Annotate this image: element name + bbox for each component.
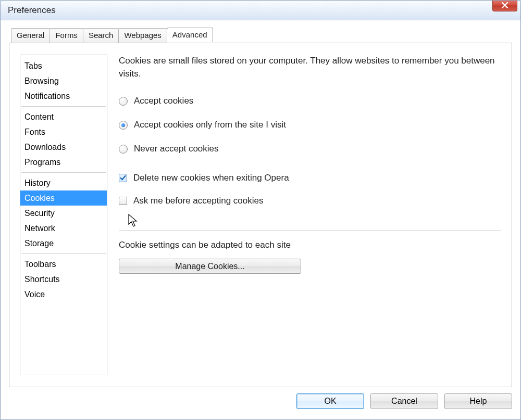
radio-label: Never accept cookies <box>134 144 219 154</box>
checkbox-icon <box>119 197 127 205</box>
intro-text: Cookies are small files stored on your c… <box>119 55 501 80</box>
sidebar-item-content[interactable]: Content <box>20 109 107 124</box>
checkbox-icon <box>119 174 127 182</box>
cookie-options-group: Delete new cookies when exiting OperaAsk… <box>119 173 501 219</box>
manage-cookies-button[interactable]: Manage Cookies... <box>119 259 301 274</box>
ok-button[interactable]: OK <box>296 393 364 409</box>
checkbox-option[interactable]: Delete new cookies when exiting Opera <box>119 173 501 183</box>
sidebar-item-fonts[interactable]: Fonts <box>20 124 107 139</box>
radio-icon <box>119 145 128 154</box>
checkbox-option[interactable]: Ask me before accepting cookies <box>119 196 501 206</box>
tab-advanced[interactable]: Advanced <box>167 28 213 42</box>
cookies-panel: Cookies are small files stored on your c… <box>119 55 501 375</box>
sidebar-separator <box>21 106 106 107</box>
sidebar-list[interactable]: TabsBrowsingNotificationsContentFontsDow… <box>20 55 107 375</box>
sidebar-item-shortcuts[interactable]: Shortcuts <box>20 272 107 287</box>
radio-option[interactable]: Accept cookies <box>119 96 501 106</box>
sidebar-item-notifications[interactable]: Notifications <box>20 88 107 104</box>
radio-option[interactable]: Never accept cookies <box>119 144 501 154</box>
tab-forms[interactable]: Forms <box>49 28 83 43</box>
close-button[interactable] <box>492 0 517 11</box>
radio-icon <box>119 97 128 106</box>
dialog-buttons: OK Cancel Help <box>296 393 512 409</box>
titlebar: Preferences <box>1 1 520 20</box>
sidebar-item-tabs[interactable]: Tabs <box>20 58 107 73</box>
cookie-policy-radiogroup: Accept cookiesAccept cookies only from t… <box>119 96 501 154</box>
sidebar-item-network[interactable]: Network <box>20 221 107 236</box>
sidebar-item-programs[interactable]: Programs <box>20 155 107 170</box>
radio-icon <box>119 121 128 130</box>
tab-panel-advanced: TabsBrowsingNotificationsContentFontsDow… <box>9 43 512 387</box>
radio-option[interactable]: Accept cookies only from the site I visi… <box>119 120 501 130</box>
checkbox-label: Delete new cookies when exiting Opera <box>133 173 289 183</box>
checkbox-label: Ask me before accepting cookies <box>133 196 263 206</box>
sidebar-item-storage[interactable]: Storage <box>20 236 107 251</box>
close-icon <box>501 1 508 10</box>
sidebar-separator <box>21 253 106 254</box>
tab-general[interactable]: General <box>11 28 50 43</box>
divider <box>119 230 501 231</box>
sidebar-item-security[interactable]: Security <box>20 206 107 221</box>
client-area: GeneralFormsSearchWebpagesAdvanced TabsB… <box>1 20 520 419</box>
per-site-text: Cookie settings can be adapted to each s… <box>119 240 501 250</box>
cancel-button[interactable]: Cancel <box>370 393 438 409</box>
radio-label: Accept cookies only from the site I visi… <box>134 120 286 130</box>
sidebar-item-downloads[interactable]: Downloads <box>20 139 107 155</box>
radio-label: Accept cookies <box>134 96 193 106</box>
sidebar-item-voice[interactable]: Voice <box>20 287 107 302</box>
sidebar-separator <box>21 172 106 173</box>
sidebar-item-browsing[interactable]: Browsing <box>20 73 107 88</box>
tab-webpages[interactable]: Webpages <box>118 28 167 43</box>
sidebar-item-cookies[interactable]: Cookies <box>20 190 107 206</box>
tab-search[interactable]: Search <box>83 28 119 43</box>
sidebar-item-history[interactable]: History <box>20 175 107 190</box>
help-button[interactable]: Help <box>444 393 512 409</box>
tabstrip: GeneralFormsSearchWebpagesAdvanced <box>11 28 512 42</box>
sidebar-item-toolbars[interactable]: Toolbars <box>20 257 107 272</box>
window-title: Preferences <box>8 5 56 16</box>
preferences-window: Preferences GeneralFormsSearchWebpagesAd… <box>0 0 521 420</box>
tab-container: GeneralFormsSearchWebpagesAdvanced TabsB… <box>9 28 512 414</box>
